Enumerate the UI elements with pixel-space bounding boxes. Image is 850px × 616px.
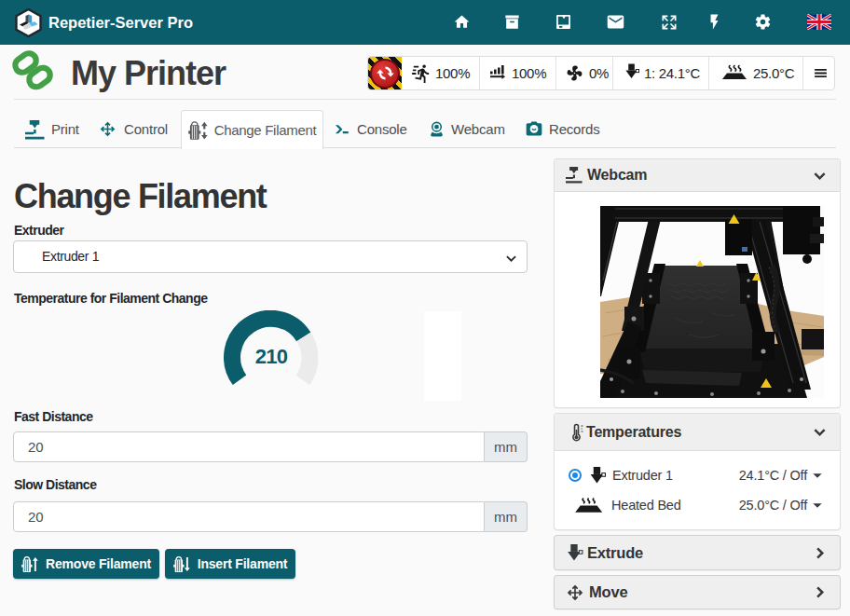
svg-text:210: 210 [255, 345, 288, 368]
